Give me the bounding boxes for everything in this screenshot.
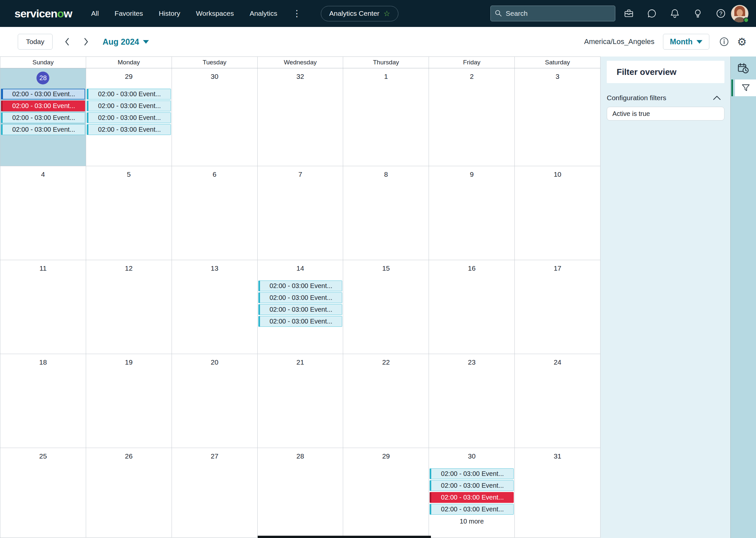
day-number: 12 <box>86 260 172 281</box>
day-cell[interactable]: 1402:00 - 03:00 Event...02:00 - 03:00 Ev… <box>258 260 343 354</box>
day-cell[interactable]: 23 <box>429 354 515 448</box>
day-cell[interactable]: 21 <box>258 354 343 448</box>
weekday-header-row: SundayMondayTuesdayWednesdayThursdayFrid… <box>0 57 601 68</box>
event-cyan[interactable]: 02:00 - 03:00 Event... <box>87 112 171 123</box>
today-button[interactable]: Today <box>18 34 53 50</box>
day-cell[interactable]: 1 <box>343 68 429 166</box>
notifications-bell-icon[interactable] <box>669 8 680 19</box>
day-cell[interactable]: 30 <box>172 68 258 166</box>
day-cell[interactable]: 15 <box>343 260 429 354</box>
day-cell[interactable]: 2902:00 - 03:00 Event...02:00 - 03:00 Ev… <box>86 68 172 166</box>
today-day-number: 28 <box>0 68 86 89</box>
day-cell[interactable]: 29 <box>343 448 429 537</box>
event-cyan[interactable]: 02:00 - 03:00 Event... <box>87 100 171 111</box>
day-cell[interactable]: 4 <box>0 166 86 260</box>
day-cell[interactable]: 2 <box>429 68 515 166</box>
day-cell[interactable]: 24 <box>515 354 601 448</box>
weekday-header: Sunday <box>0 57 86 68</box>
prev-month-chevron-icon[interactable] <box>60 35 74 48</box>
day-number: 25 <box>0 448 86 468</box>
svg-text:?: ? <box>719 11 722 17</box>
day-cell[interactable]: 22 <box>343 354 429 448</box>
day-cell[interactable]: 32 <box>258 68 343 166</box>
day-cell[interactable]: 10 <box>515 166 601 260</box>
day-cell[interactable]: 26 <box>86 448 172 537</box>
day-cell[interactable]: 28 <box>258 448 343 537</box>
day-cell[interactable]: 9 <box>429 166 515 260</box>
event-cyan[interactable]: 02:00 - 03:00 Event... <box>1 124 85 135</box>
day-cell[interactable]: 20 <box>172 354 258 448</box>
favorite-star-icon[interactable]: ☆ <box>383 10 390 18</box>
gear-icon[interactable]: ⚙ <box>736 36 747 47</box>
nav-overflow-kebab-icon[interactable]: ⋮ <box>292 9 301 18</box>
day-cell[interactable]: 19 <box>86 354 172 448</box>
next-month-chevron-icon[interactable] <box>80 35 93 48</box>
day-cell[interactable]: 18 <box>0 354 86 448</box>
day-number: 14 <box>258 260 343 281</box>
day-cell[interactable]: 31 <box>515 448 601 537</box>
nav-action-icons: ? <box>623 8 727 19</box>
month-year-dropdown[interactable]: Aug 2024 <box>102 37 149 47</box>
day-cell[interactable]: 8 <box>343 166 429 260</box>
day-number: 26 <box>86 448 172 468</box>
global-search[interactable] <box>491 6 615 21</box>
event-cyan[interactable]: 02:00 - 03:00 Event... <box>430 468 514 479</box>
day-cell[interactable]: 17 <box>515 260 601 354</box>
day-number: 10 <box>515 166 600 187</box>
online-status-dot <box>743 18 749 23</box>
day-cell[interactable]: 3 <box>515 68 601 166</box>
event-cyan[interactable]: 02:00 - 03:00 Event... <box>87 89 171 99</box>
chat-icon[interactable] <box>646 8 657 19</box>
day-cell[interactable]: 3002:00 - 03:00 Event...02:00 - 03:00 Ev… <box>429 448 515 537</box>
event-cyan[interactable]: 02:00 - 03:00 Event... <box>430 504 514 515</box>
view-selector-button[interactable]: Month <box>663 34 709 50</box>
event-cyan[interactable]: 02:00 - 03:00 Event... <box>259 281 342 291</box>
events-list: 02:00 - 03:00 Event...02:00 - 03:00 Even… <box>258 281 343 327</box>
day-number: 16 <box>429 260 514 281</box>
filter-condition-pill[interactable]: Active is true <box>607 107 725 121</box>
avatar[interactable] <box>731 5 748 22</box>
day-cell[interactable]: 11 <box>0 260 86 354</box>
analytics-center-pill[interactable]: Analytics Center ☆ <box>321 6 398 21</box>
search-input[interactable] <box>506 10 611 18</box>
weekday-header: Wednesday <box>258 57 343 68</box>
event-cyan[interactable]: 02:00 - 03:00 Event... <box>430 480 514 491</box>
event-selected[interactable]: 02:00 - 03:00 Event... <box>1 89 85 99</box>
day-cell[interactable]: 16 <box>429 260 515 354</box>
event-cyan[interactable]: 02:00 - 03:00 Event... <box>87 124 171 135</box>
info-icon[interactable] <box>719 36 730 47</box>
help-icon[interactable]: ? <box>715 8 727 19</box>
day-cell[interactable]: 7 <box>258 166 343 260</box>
day-cell[interactable]: 27 <box>172 448 258 537</box>
nav-item-favorites[interactable]: Favorites <box>115 10 143 18</box>
event-cyan[interactable]: 02:00 - 03:00 Event... <box>1 112 85 123</box>
day-cell[interactable]: 12 <box>86 260 172 354</box>
lightbulb-icon[interactable] <box>692 8 703 19</box>
event-cyan[interactable]: 02:00 - 03:00 Event... <box>259 316 342 327</box>
day-number: 3 <box>515 68 600 89</box>
day-number: 21 <box>258 354 343 374</box>
day-cell[interactable]: 2802:00 - 03:00 Event...02:00 - 03:00 Ev… <box>0 68 86 166</box>
day-cell[interactable]: 13 <box>172 260 258 354</box>
calendar-clock-icon[interactable] <box>735 60 751 76</box>
nav-item-analytics[interactable]: Analytics <box>250 10 277 18</box>
horizontal-scrollbar-thumb[interactable] <box>258 536 431 538</box>
day-number: 29 <box>86 68 172 89</box>
side-rail <box>730 57 756 538</box>
event-red[interactable]: 02:00 - 03:00 Event... <box>430 492 514 503</box>
nav-item-workspaces[interactable]: Workspaces <box>196 10 234 18</box>
event-cyan[interactable]: 02:00 - 03:00 Event... <box>259 292 342 303</box>
more-events-link[interactable]: 10 more <box>430 516 514 526</box>
section-label: Configuration filters <box>607 94 666 102</box>
day-cell[interactable]: 6 <box>172 166 258 260</box>
event-red[interactable]: 02:00 - 03:00 Event... <box>1 100 85 111</box>
filter-icon[interactable] <box>735 80 756 96</box>
day-cell[interactable]: 5 <box>86 166 172 260</box>
day-number: 15 <box>343 260 429 281</box>
nav-item-history[interactable]: History <box>159 10 180 18</box>
collapse-chevron-up-icon[interactable] <box>713 94 721 102</box>
day-cell[interactable]: 25 <box>0 448 86 537</box>
event-cyan[interactable]: 02:00 - 03:00 Event... <box>259 304 342 315</box>
nav-item-all[interactable]: All <box>91 10 99 18</box>
briefcase-icon[interactable] <box>623 8 634 19</box>
